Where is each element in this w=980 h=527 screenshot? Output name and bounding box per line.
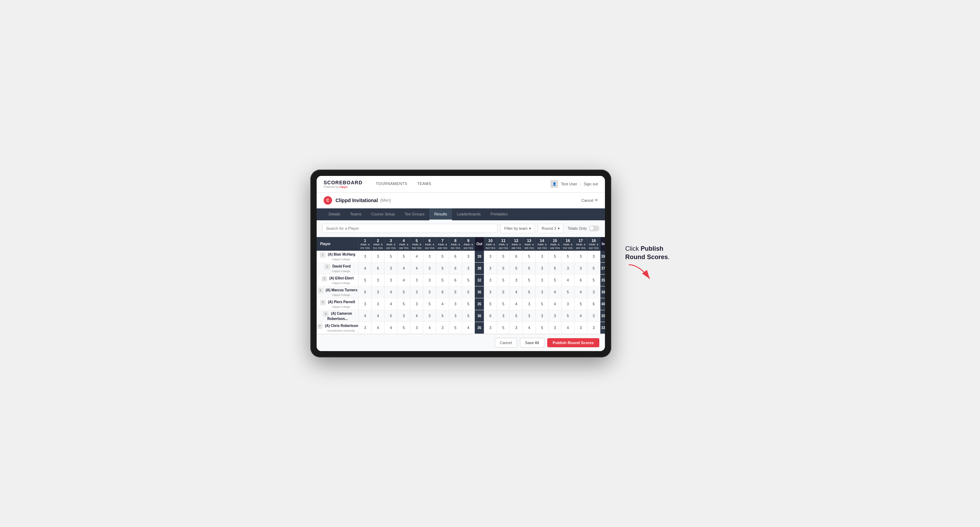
hole-8-score[interactable] bbox=[449, 263, 462, 275]
hole-6-score[interactable] bbox=[423, 298, 436, 310]
nav-tournaments[interactable]: TOURNAMENTS bbox=[371, 176, 412, 191]
score-input[interactable] bbox=[423, 252, 436, 260]
hole-10-score[interactable] bbox=[484, 286, 497, 298]
hole-15-score[interactable] bbox=[549, 251, 562, 263]
hole-12-score[interactable] bbox=[510, 298, 523, 310]
score-input[interactable] bbox=[484, 288, 497, 296]
score-input[interactable] bbox=[562, 312, 574, 320]
score-input[interactable] bbox=[574, 252, 587, 260]
score-input[interactable] bbox=[398, 324, 410, 332]
score-input[interactable] bbox=[523, 288, 535, 296]
score-input[interactable] bbox=[398, 312, 410, 320]
score-input[interactable] bbox=[574, 288, 587, 296]
hole-2-score[interactable] bbox=[372, 322, 385, 334]
nav-teams[interactable]: TEAMS bbox=[412, 176, 436, 191]
score-input[interactable] bbox=[436, 324, 449, 332]
hole-18-score[interactable] bbox=[587, 310, 600, 322]
score-input[interactable] bbox=[536, 276, 548, 284]
hole-2-score[interactable] bbox=[372, 275, 385, 286]
score-input[interactable] bbox=[359, 288, 371, 296]
score-input[interactable] bbox=[423, 276, 436, 284]
score-input[interactable] bbox=[484, 300, 497, 308]
score-input[interactable] bbox=[562, 288, 574, 296]
score-input[interactable] bbox=[587, 264, 600, 272]
score-input[interactable] bbox=[410, 252, 423, 260]
score-input[interactable] bbox=[436, 288, 449, 296]
score-input[interactable] bbox=[549, 264, 561, 272]
score-input[interactable] bbox=[436, 312, 449, 320]
score-input[interactable] bbox=[510, 276, 522, 284]
score-input[interactable] bbox=[410, 264, 423, 272]
hole-4-score[interactable] bbox=[398, 286, 410, 298]
hole-15-score[interactable] bbox=[549, 310, 562, 322]
hole-5-score[interactable] bbox=[410, 251, 423, 263]
hole-1-score[interactable] bbox=[359, 275, 372, 286]
score-input[interactable] bbox=[372, 252, 384, 260]
tab-course-setup[interactable]: Course Setup bbox=[366, 208, 399, 220]
score-input[interactable] bbox=[449, 300, 462, 308]
hole-12-score[interactable] bbox=[510, 310, 523, 322]
hole-8-score[interactable] bbox=[449, 322, 462, 334]
score-input[interactable] bbox=[436, 264, 449, 272]
hole-10-score[interactable] bbox=[484, 310, 497, 322]
hole-7-score[interactable] bbox=[436, 298, 449, 310]
hole-5-score[interactable] bbox=[410, 263, 423, 275]
score-input[interactable] bbox=[484, 324, 497, 332]
hole-18-score[interactable] bbox=[587, 251, 600, 263]
score-input[interactable] bbox=[587, 324, 600, 332]
hole-12-score[interactable] bbox=[510, 286, 523, 298]
score-input[interactable] bbox=[398, 252, 410, 260]
hole-1-score[interactable] bbox=[359, 251, 372, 263]
sign-out-link[interactable]: Sign out bbox=[584, 182, 598, 186]
hole-16-score[interactable] bbox=[562, 298, 574, 310]
hole-8-score[interactable] bbox=[449, 310, 462, 322]
hole-10-score[interactable] bbox=[484, 251, 497, 263]
score-input[interactable] bbox=[510, 312, 522, 320]
hole-11-score[interactable] bbox=[497, 298, 510, 310]
score-input[interactable] bbox=[523, 252, 535, 260]
hole-5-score[interactable] bbox=[410, 310, 423, 322]
score-input[interactable] bbox=[497, 324, 510, 332]
score-input[interactable] bbox=[410, 300, 423, 308]
score-input[interactable] bbox=[436, 252, 449, 260]
score-input[interactable] bbox=[436, 276, 449, 284]
hole-4-score[interactable] bbox=[398, 251, 410, 263]
hole-18-score[interactable] bbox=[587, 322, 600, 334]
cancel-button[interactable]: Cancel bbox=[495, 338, 517, 348]
score-input[interactable] bbox=[497, 300, 510, 308]
hole-7-score[interactable] bbox=[436, 286, 449, 298]
score-input[interactable] bbox=[385, 324, 397, 332]
hole-17-score[interactable] bbox=[574, 275, 587, 286]
hole-3-score[interactable] bbox=[385, 298, 398, 310]
score-input[interactable] bbox=[449, 264, 462, 272]
score-input[interactable] bbox=[398, 276, 410, 284]
score-input[interactable] bbox=[587, 312, 600, 320]
hole-5-score[interactable] bbox=[410, 286, 423, 298]
publish-round-scores-button[interactable]: Publish Round Scores bbox=[547, 338, 599, 347]
hole-1-score[interactable] bbox=[359, 263, 372, 275]
hole-17-score[interactable] bbox=[574, 322, 587, 334]
score-input[interactable] bbox=[462, 264, 475, 272]
score-input[interactable] bbox=[462, 252, 475, 260]
hole-15-score[interactable] bbox=[549, 263, 562, 275]
score-input[interactable] bbox=[549, 288, 561, 296]
score-input[interactable] bbox=[410, 276, 423, 284]
hole-18-score[interactable] bbox=[587, 263, 600, 275]
score-input[interactable] bbox=[574, 264, 587, 272]
score-input[interactable] bbox=[359, 300, 371, 308]
score-input[interactable] bbox=[523, 324, 535, 332]
score-input[interactable] bbox=[549, 324, 561, 332]
hole-10-score[interactable] bbox=[484, 275, 497, 286]
totals-only-toggle[interactable]: Totals Only bbox=[568, 225, 599, 231]
score-input[interactable] bbox=[423, 312, 436, 320]
hole-10-score[interactable] bbox=[484, 263, 497, 275]
score-input[interactable] bbox=[549, 300, 561, 308]
score-input[interactable] bbox=[536, 300, 548, 308]
hole-5-score[interactable] bbox=[410, 298, 423, 310]
hole-14-score[interactable] bbox=[536, 263, 549, 275]
hole-17-score[interactable] bbox=[574, 251, 587, 263]
score-input[interactable] bbox=[497, 312, 510, 320]
hole-16-score[interactable] bbox=[562, 263, 574, 275]
score-input[interactable] bbox=[562, 276, 574, 284]
score-input[interactable] bbox=[536, 288, 548, 296]
